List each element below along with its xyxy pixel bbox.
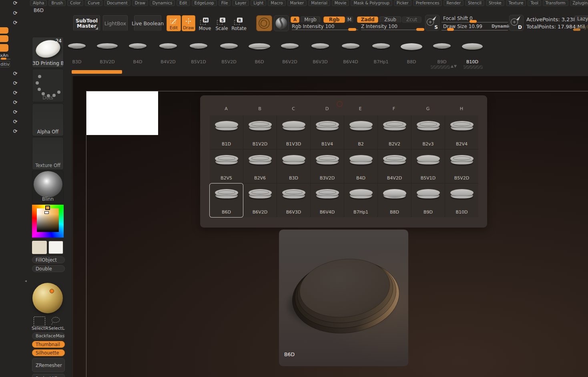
docked-orange-button[interactable] [0, 35, 8, 42]
strip-brush[interactable]: B5V1D [183, 39, 214, 66]
fill-object-button[interactable]: FillObject [32, 256, 65, 263]
strip-brush[interactable]: B6V3D [305, 39, 335, 66]
menu-picker[interactable]: Picker [394, 0, 411, 6]
brush-cell[interactable]: B5V2D [445, 149, 478, 183]
menu-brush[interactable]: Brush [48, 0, 66, 6]
zsub-toggle[interactable]: Zsub [379, 16, 401, 23]
brush-cell[interactable]: B6V3D [277, 183, 310, 217]
menu-light[interactable]: Light [251, 0, 266, 6]
focal-shift-slider-handle[interactable] [470, 20, 477, 23]
strip-brush[interactable]: B3V2D [92, 39, 122, 66]
current-tool-thumbnail[interactable]: 24 3D Printing Bas [32, 37, 64, 68]
brush-cell[interactable]: B2 [344, 115, 377, 149]
menu-preferences[interactable]: Preferences [413, 0, 442, 6]
brush-cell[interactable]: B1D [210, 115, 243, 149]
menu-material[interactable]: Material [308, 0, 330, 6]
light-position-dot[interactable] [50, 289, 54, 293]
tray-collapse-arrow-icon[interactable]: ◂ [25, 279, 27, 283]
select-lasso-icon[interactable] [49, 316, 62, 327]
zremesher-button[interactable]: ZRemesher [32, 358, 65, 372]
z-intensity-slider-handle[interactable] [416, 28, 424, 31]
current-brush-button[interactable] [256, 15, 272, 31]
menu-transform[interactable]: Transform [543, 0, 568, 6]
menu-alpha[interactable]: Alpha [30, 0, 47, 6]
brush-cell[interactable]: B2V6 [243, 149, 277, 183]
menu-edgeloop[interactable]: EdgeLoop [192, 0, 217, 6]
panel-cycle-icon[interactable]: ⟳ [12, 109, 18, 115]
panel-cycle-icon[interactable]: ⟳ [12, 20, 18, 26]
backface-mask-button[interactable]: BackfaceMask [32, 333, 65, 339]
clipped-bottom-button[interactable]: ProjectAll [32, 374, 65, 377]
menu-file[interactable]: File [219, 0, 231, 6]
strip-brush[interactable]: B6V4D [335, 39, 366, 66]
m-toggle[interactable]: M [346, 16, 353, 23]
brush-cell[interactable]: B2V4 [445, 115, 478, 149]
dynamic-toggle[interactable]: Dynamic [492, 24, 511, 28]
menu-tool[interactable]: Tool [528, 0, 541, 6]
menu-color[interactable]: Color [67, 0, 83, 6]
menu-draw[interactable]: Draw [132, 0, 148, 6]
strip-scroll-arrows-icon[interactable]: ▲▼ [451, 64, 457, 68]
strip-brush[interactable]: B8D [396, 39, 427, 66]
brush-cell[interactable]: B3V2D [311, 149, 344, 183]
live-boolean-button[interactable]: Live Boolean [134, 15, 161, 31]
brush-cell[interactable]: B6V4D [311, 183, 344, 217]
brush-cell[interactable]: B2V2 [378, 115, 411, 149]
secondary-color-swatch[interactable] [48, 241, 63, 254]
strip-brush[interactable]: B9D [427, 39, 457, 66]
panel-cycle-icon[interactable]: ⟳ [12, 71, 18, 77]
strip-brush[interactable]: B5V2D [214, 39, 244, 66]
light-placement-sphere[interactable] [32, 283, 63, 313]
brush-cell[interactable]: B1V2D [243, 115, 277, 149]
brush-cell[interactable]: B10D [445, 183, 478, 217]
panel-cycle-icon[interactable]: ⟳ [12, 119, 18, 125]
menu-stencil[interactable]: Stencil [465, 0, 484, 6]
lightbox-button[interactable]: LightBox [103, 15, 128, 31]
material-cell[interactable]: Blinn [32, 171, 64, 204]
edit-mode-button[interactable]: Edit [167, 15, 181, 31]
menu-curve[interactable]: Curve [85, 0, 102, 6]
strip-scrollbar[interactable] [72, 70, 122, 74]
silhouette-button[interactable]: Silhouette [32, 349, 65, 356]
select-rect-icon[interactable] [34, 317, 45, 327]
draw-size-slider-handle[interactable] [447, 28, 454, 31]
strip-brush[interactable]: B3D [62, 39, 92, 66]
menu-layer[interactable]: Layer [232, 0, 249, 6]
mrgb-toggle[interactable]: Mrgb [301, 16, 320, 23]
subtool-master-button[interactable]: SubTool Master [73, 15, 100, 31]
menu-mask-polygroup[interactable]: Mask & Polygroup [351, 0, 392, 6]
strip-brush[interactable]: B6D [244, 39, 275, 66]
thumbnail-button[interactable]: Thumbnail [32, 341, 65, 348]
main-color-swatch[interactable] [32, 241, 47, 254]
strip-brush[interactable]: B7Hp1 [366, 39, 396, 66]
rgb-toggle[interactable]: Rgb [323, 16, 345, 23]
zadd-toggle[interactable]: Zadd [357, 16, 378, 23]
strip-brush[interactable]: B4V2D [153, 39, 183, 66]
scale-mode-button[interactable]: S Scale [215, 15, 229, 31]
panel-cycle-icon[interactable]: ⟳ [12, 0, 18, 6]
menu-zplugin[interactable]: Zplugin [570, 0, 588, 6]
double-button[interactable]: Double [32, 265, 65, 272]
hue-marker[interactable] [45, 206, 50, 210]
brush-cell-selected[interactable]: B6D [210, 183, 243, 217]
draw-mode-button[interactable]: Draw [182, 15, 195, 31]
texture-cell[interactable]: Texture Off [32, 137, 64, 170]
lazy-radius-slider-handle[interactable] [573, 28, 580, 31]
brush-cell[interactable]: B9D [411, 183, 445, 217]
color-picker[interactable] [32, 205, 64, 238]
move-mode-button[interactable]: M Move [198, 15, 212, 31]
panel-cycle-icon[interactable]: ⟳ [12, 81, 18, 86]
anchor-toggle[interactable]: A [291, 16, 299, 23]
brush-cell[interactable]: B5V1D [411, 149, 445, 183]
current-material-button[interactable] [274, 15, 289, 31]
lazy-mouse-button[interactable]: LazyM [574, 16, 588, 22]
sv-marker[interactable] [44, 211, 49, 214]
brush-cell[interactable]: B1V4 [311, 115, 344, 149]
draw-size-settings-button[interactable]: D [509, 15, 524, 31]
strip-brush[interactable]: B10D [457, 39, 488, 66]
menu-texture[interactable]: Texture [506, 0, 526, 6]
document-canvas[interactable] [86, 91, 158, 135]
clipped-button[interactable]: ditiv [0, 61, 10, 67]
brush-cell[interactable]: B3D [277, 149, 310, 183]
panel-cycle-icon[interactable]: ⟳ [12, 100, 18, 105]
